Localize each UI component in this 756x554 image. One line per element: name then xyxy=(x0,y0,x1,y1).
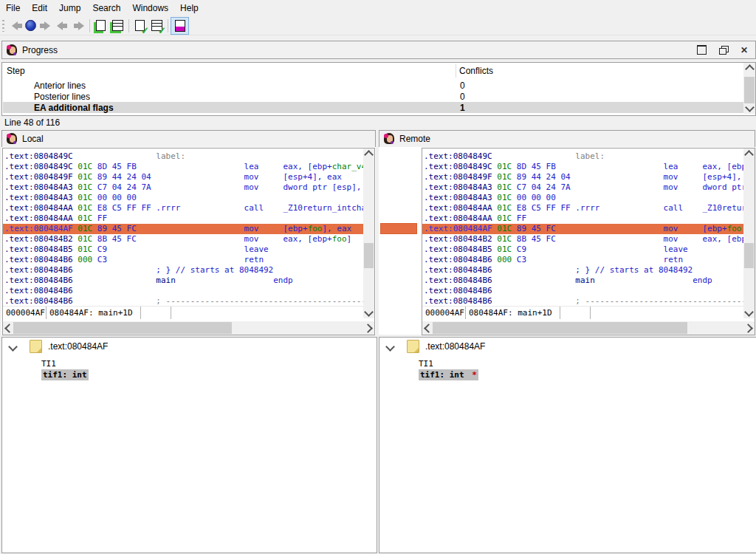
doc-check-icon[interactable]: ✓ xyxy=(131,18,148,34)
disassembly-line[interactable]: .text:0804849C 01C 8D 45 FB lea eax, [eb… xyxy=(3,162,363,172)
disassembly-line[interactable]: .text:080484B6 xyxy=(3,286,363,296)
horizontal-scrollbar[interactable] xyxy=(422,321,755,335)
table-row[interactable]: EA additional flags1 xyxy=(3,102,743,113)
disassembly-line[interactable]: .text:080484B6 main endp xyxy=(422,276,743,286)
conflicts-cell: 0 xyxy=(460,92,465,102)
scrollbar-thumb[interactable] xyxy=(13,322,232,334)
disassembly-line[interactable]: .text:080484B6 xyxy=(422,286,743,296)
scroll-right-arrow[interactable] xyxy=(364,321,374,335)
type-info-line[interactable]: TI1 xyxy=(41,358,89,369)
scroll-down-arrow[interactable] xyxy=(743,103,755,114)
status-cell-extra xyxy=(560,307,591,319)
disassembly-line[interactable]: .text:080484B6 ; } // starts at 8048492 xyxy=(422,265,743,276)
detail-node-label[interactable]: .text:080484AF xyxy=(425,341,485,352)
remote-disassembly-view[interactable]: .text:0804849C label:.text:0804849C 01C … xyxy=(422,148,755,335)
toolbar-grip[interactable] xyxy=(2,20,4,32)
scroll-up-arrow[interactable] xyxy=(743,148,755,159)
disassembly-line[interactable]: .text:080484B6 ; -----------------------… xyxy=(3,296,363,307)
check-icon: ✓ xyxy=(158,26,166,35)
forward-arrow-icon[interactable] xyxy=(36,18,53,34)
stack-check-icon[interactable]: ✓ xyxy=(148,18,165,34)
scrollbar-thumb[interactable] xyxy=(364,243,374,268)
highlighted-disassembly-line[interactable]: .text:080484AF 01C 89 45 FC mov [ebp+foo… xyxy=(422,224,743,234)
table-row[interactable]: Posterior lines0 xyxy=(3,91,743,102)
diff-marker[interactable] xyxy=(380,223,417,234)
menu-item-edit[interactable]: Edit xyxy=(26,1,53,16)
maximize-icon[interactable] xyxy=(697,45,707,55)
disassembly-line[interactable]: .text:080484A3 01C C7 04 24 7A mov dword… xyxy=(3,182,363,193)
menu-item-windows[interactable]: Windows xyxy=(126,1,174,16)
doc-partial-icon[interactable] xyxy=(171,17,189,35)
local-pane-titlebar: Local xyxy=(1,130,376,148)
restore-icon[interactable] xyxy=(719,46,728,54)
disassembly-line[interactable]: .text:080484A3 01C C7 04 24 7A mov dword… xyxy=(422,182,743,193)
disassembly-line[interactable]: .text:0804849C label: xyxy=(422,151,743,162)
disassembly-line[interactable]: .text:080484B6 000 C3 retn xyxy=(422,255,743,265)
type-info-line[interactable]: tif1: int xyxy=(41,369,89,380)
scrollbar-thumb[interactable] xyxy=(433,322,687,334)
scroll-left-arrow[interactable] xyxy=(422,321,433,335)
disassembly-line[interactable]: .text:080484AA 01C FF xyxy=(422,213,743,224)
table-scrollbar[interactable] xyxy=(743,63,755,114)
scroll-right-arrow[interactable] xyxy=(744,321,755,335)
disassembly-line[interactable]: .text:080484B5 01C C9 leave xyxy=(3,244,363,255)
type-info-list: TI1tif1: int xyxy=(41,358,89,380)
conflicts-table-header: Step Conflicts xyxy=(2,63,755,79)
type-info-line[interactable]: TI1 xyxy=(419,358,478,369)
disassembly-line[interactable]: .text:080484A3 01C 00 00 00 xyxy=(3,193,363,203)
disassembly-line[interactable]: .text:080484B5 01C C9 leave xyxy=(422,244,743,255)
chevron-down-icon[interactable] xyxy=(8,342,18,352)
vertical-scrollbar[interactable] xyxy=(743,148,755,318)
highlighted-disassembly-line[interactable]: .text:080484AF 01C 89 45 FC mov [ebp+foo… xyxy=(3,224,363,234)
disassembly-line[interactable]: .text:080484B6 main endp xyxy=(3,276,363,286)
disassembly-line[interactable]: .text:080484B2 01C 8B 45 FC mov eax, [eb… xyxy=(422,234,743,244)
disassembly-line[interactable]: .text:080484AA 01C E8 C5 FF FF .rrrr cal… xyxy=(422,203,743,213)
column-header-step[interactable]: Step xyxy=(7,66,25,76)
disassembly-line[interactable]: .text:0804849F 01C 89 44 24 04 mov [esp+… xyxy=(3,172,363,182)
menu-item-file[interactable]: File xyxy=(0,1,26,16)
menu-item-search[interactable]: Search xyxy=(86,1,126,16)
stack-icon[interactable] xyxy=(109,18,126,34)
chevron-up-icon xyxy=(745,64,755,74)
vertical-scrollbar[interactable] xyxy=(363,148,374,318)
table-row[interactable]: Anterior lines0 xyxy=(3,80,743,91)
menu-item-help[interactable]: Help xyxy=(174,1,205,16)
disassembly-line[interactable]: .text:080484AA 01C E8 C5 FF FF .rrrr cal… xyxy=(3,203,363,213)
scroll-down-arrow[interactable] xyxy=(363,308,374,318)
disassembly-line[interactable]: .text:080484A3 01C 00 00 00 xyxy=(422,193,743,203)
chevron-down-icon[interactable] xyxy=(385,342,395,352)
menu-item-jump[interactable]: Jump xyxy=(53,1,86,16)
scrollbar-thumb[interactable] xyxy=(744,243,754,268)
scroll-up-arrow[interactable] xyxy=(743,63,755,73)
disassembly-line[interactable]: .text:080484B6 ; -----------------------… xyxy=(422,296,743,307)
type-info-line[interactable]: tif1: int * xyxy=(419,369,478,380)
local-disassembly-view[interactable]: .text:0804849C label:.text:0804849C 01C … xyxy=(2,148,375,335)
local-pane-title: Local xyxy=(22,134,44,144)
listing-status-bar: 000004AF080484AF: main+1D xyxy=(3,306,364,319)
disassembly-line[interactable]: .text:0804849C 01C 8D 45 FB lea eax, [eb… xyxy=(422,162,743,172)
toolbar-separator xyxy=(168,19,168,33)
listing-status-bar: 000004AF080484AF: main+1D xyxy=(422,306,744,319)
toolbar-separator xyxy=(128,19,129,33)
forward-arrow-icon[interactable] xyxy=(70,18,87,34)
column-header-conflicts[interactable]: Conflicts xyxy=(459,66,493,76)
disassembly-line[interactable]: .text:0804849F 01C 89 44 24 04 mov [esp+… xyxy=(422,172,743,182)
scrollbar-thumb[interactable] xyxy=(744,77,755,103)
back-arrow-icon[interactable] xyxy=(8,18,25,34)
horizontal-scrollbar[interactable] xyxy=(3,321,374,335)
disassembly-line[interactable]: .text:080484B6 000 C3 retn xyxy=(3,255,363,265)
disassembly-line[interactable]: .text:080484B2 01C 8B 45 FC mov eax, [eb… xyxy=(3,234,363,244)
doc-icon[interactable] xyxy=(92,18,109,34)
back-arrow-icon[interactable] xyxy=(53,18,70,34)
close-icon[interactable]: ✕ xyxy=(740,46,748,55)
scroll-left-arrow[interactable] xyxy=(3,321,13,335)
scroll-down-arrow[interactable] xyxy=(743,308,755,318)
scroll-up-arrow[interactable] xyxy=(363,148,374,159)
disassembly-line[interactable]: .text:080484AA 01C FF xyxy=(3,213,363,224)
detail-node-label[interactable]: .text:080484AF xyxy=(48,341,108,352)
step-cell: Anterior lines xyxy=(34,81,86,91)
disassembly-line[interactable]: .text:080484B6 ; } // starts at 8048492 xyxy=(3,265,363,276)
disassembly-line[interactable]: .text:0804849C label: xyxy=(3,151,363,162)
record-icon[interactable] xyxy=(25,20,36,31)
line-indicator: Line 48 of 116 xyxy=(4,115,60,129)
